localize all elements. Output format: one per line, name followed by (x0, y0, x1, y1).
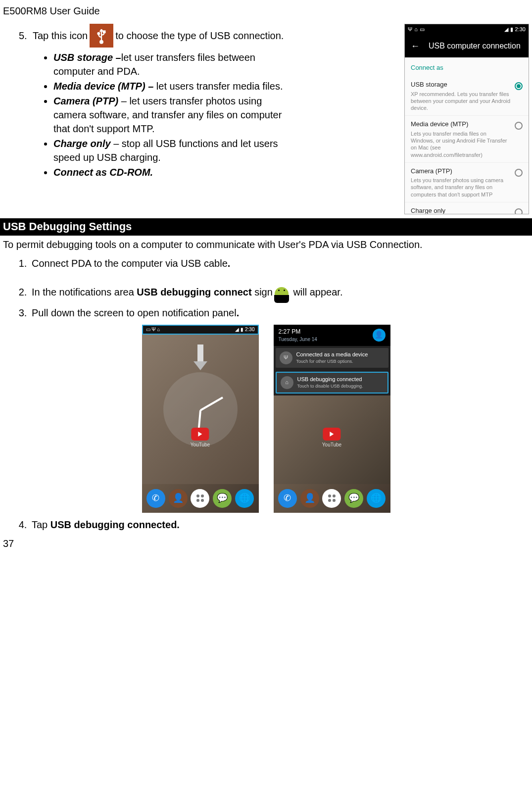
step-3: Pull down the screen to open notificatio… (30, 306, 532, 320)
bullet-text: let users transfer media files. (153, 81, 283, 92)
section-title: USB Debugging Settings (0, 218, 532, 236)
usb-debug-icon (273, 283, 290, 303)
usb-notif-icon: Ψ (280, 351, 292, 364)
bullet-cdrom: Connect as CD-ROM. (53, 165, 295, 179)
step1-text: Connect PDA to the computer via USB cabl… (32, 258, 228, 269)
panel-time: 2:27 PM (279, 328, 317, 336)
step4-a: Tap (32, 519, 50, 530)
notif-usb-debugging[interactable]: ⌂ USB debugging connected Touch to disab… (276, 372, 388, 394)
option-title: Charge only (411, 206, 511, 214)
usb-connection-screenshot: Ψ ⌂ ▭ ◢ ▮ 2:30 ← USB computer connection… (404, 24, 529, 214)
pulldown-arrow-icon (193, 344, 207, 370)
step-4: Tap USB debugging connected. (30, 518, 532, 532)
notif-title: Connected as a media device (296, 351, 368, 358)
back-arrow-icon[interactable]: ← (411, 40, 420, 52)
step2-b: USB debugging connect (137, 287, 251, 297)
notif-sub: Touch to disable USB debugging. (297, 383, 363, 390)
bullet-label: Media device (MTP) – (53, 81, 153, 92)
panel-date: Tuesday, June 14 (279, 336, 317, 343)
home-wallpaper: YouTube (274, 395, 390, 484)
step5-text-before: Tap this icon (33, 29, 88, 43)
usb-status-icon: Ψ (408, 26, 412, 33)
panel-header: 2:27 PM Tuesday, June 14 👤 (274, 325, 390, 346)
contacts-app-icon[interactable]: 👤 (169, 489, 188, 508)
battery-icon: ▮ (510, 26, 513, 33)
profile-icon[interactable]: 👤 (373, 329, 386, 342)
dock: ✆ 👤 💬 🌐 (142, 484, 259, 513)
option-mtp[interactable]: Media device (MTP) Lets you transfer med… (405, 116, 529, 162)
bullet-usb-storage: USB storage –let user transfers files be… (53, 50, 295, 78)
youtube-app-icon[interactable]: YouTube (191, 428, 210, 448)
status-time: 2:30 (245, 327, 254, 332)
step5-number: 5. (19, 29, 33, 43)
bullet-mtp: Media device (MTP) – let users transfer … (53, 79, 295, 93)
option-charge-only[interactable]: Charge only Stop all USB fuctions.Lets y… (405, 202, 529, 214)
option-desc: Lets you transfer photos using camera so… (411, 177, 511, 198)
notif-sub: Touch for other USB options. (296, 358, 368, 365)
sms-app-icon[interactable]: 💬 (213, 489, 232, 508)
browser-app-icon[interactable]: 🌐 (367, 489, 386, 508)
step-1: Connect PDA to the computer via USB cabl… (30, 256, 532, 280)
connect-as-label: Connect as (405, 57, 529, 76)
dock: ✆ 👤 💬 🌐 (274, 484, 390, 513)
status-bar-highlighted: ▭ Ψ ⌂ ◢ ▮ 2:30 (142, 325, 259, 335)
svg-point-0 (98, 33, 100, 35)
browser-app-icon[interactable]: 🌐 (235, 489, 254, 508)
step5-bullet-list: USB storage –let user transfers files be… (53, 50, 295, 179)
step3-text: Pull down the screen to open notificatio… (32, 307, 237, 318)
radio-icon[interactable] (515, 208, 523, 214)
notification-panel-shot: 2:27 PM Tuesday, June 14 👤 Ψ Connected a… (274, 325, 390, 513)
homescreen-pulldown-shot: ▭ Ψ ⌂ ◢ ▮ 2:30 YouTube ✆ 👤 💬 🌐 (142, 325, 259, 513)
signal-icon: ◢ (504, 26, 508, 33)
page-number: 37 (3, 537, 14, 550)
debug-notif-icon: ⌂ (281, 376, 293, 389)
screen-title: USB computer connection (429, 41, 521, 51)
radio-icon[interactable] (515, 122, 523, 130)
step4-b: USB debugging connected. (50, 519, 180, 530)
bullet-ptp: Camera (PTP) – let users transfer photos… (53, 94, 295, 136)
screen-title-bar: ← USB computer connection (405, 35, 529, 57)
bullet-label: Charge only (53, 138, 111, 149)
status-time: 2:30 (515, 26, 526, 33)
bullet-label: Camera (PTP) (53, 96, 118, 106)
bullet-label: USB storage – (53, 52, 121, 63)
option-title: Media device (MTP) (411, 120, 511, 129)
debug-status-icon: ⌂ (414, 26, 418, 33)
youtube-app-icon[interactable]: YouTube (322, 428, 341, 448)
svg-rect-1 (103, 31, 105, 33)
step-2: In the notifications area USB debugging … (30, 283, 532, 303)
usb-icon (90, 24, 113, 48)
radio-selected-icon[interactable] (515, 82, 523, 90)
youtube-label: YouTube (191, 442, 210, 448)
apps-drawer-icon[interactable] (191, 489, 209, 508)
radio-icon[interactable] (515, 169, 523, 177)
sms-app-icon[interactable]: 💬 (344, 489, 363, 508)
status-bar: Ψ ⌂ ▭ ◢ ▮ 2:30 (405, 24, 529, 35)
home-wallpaper: YouTube (142, 335, 259, 484)
notif-media-device[interactable]: Ψ Connected as a media device Touch for … (276, 348, 388, 368)
sd-status-icon: ▭ (420, 26, 425, 33)
bullet-charge-only: Charge only – stop all USB functions and… (53, 137, 295, 164)
apps-drawer-icon[interactable] (322, 489, 341, 508)
step5-text-after: to choose the type of USB connection. (115, 29, 284, 43)
notif-title: USB debugging connected (297, 376, 363, 383)
page-header: E500RM8 User Guide (0, 0, 532, 24)
phone-app-icon[interactable]: ✆ (278, 489, 297, 508)
contacts-app-icon[interactable]: 👤 (300, 489, 319, 508)
youtube-label: YouTube (322, 442, 341, 448)
option-ptp[interactable]: Camera (PTP) Lets you transfer photos us… (405, 163, 529, 202)
option-title: USB storage (411, 80, 511, 89)
phone-app-icon[interactable]: ✆ (146, 489, 165, 508)
step2-a: In the notifications area (32, 287, 137, 297)
option-desc: Lets you transfer media files on Windows… (411, 130, 511, 158)
option-title: Camera (PTP) (411, 167, 511, 176)
option-usb-storage[interactable]: USB storage XP recommended. Lets you tra… (405, 76, 529, 116)
bullet-label: Connect as CD-ROM. (53, 167, 153, 178)
section-desc: To permit debugging tools on a computer … (0, 236, 532, 256)
svg-point-2 (100, 41, 103, 44)
step2-d: will appear. (290, 287, 343, 297)
step2-c: sign (252, 287, 273, 297)
option-desc: XP recommended. Lets you transfer files … (411, 91, 511, 112)
